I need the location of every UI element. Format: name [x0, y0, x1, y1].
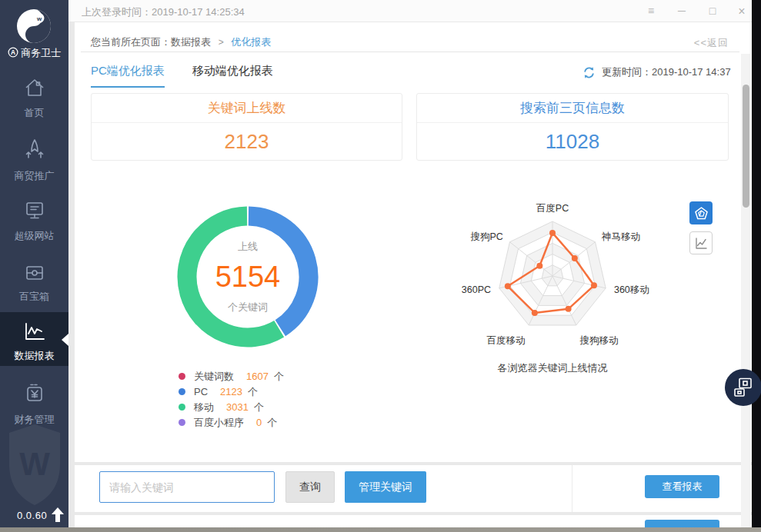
query-button[interactable]: 查询	[285, 471, 335, 503]
view-report-button[interactable]: 查看报表	[645, 475, 719, 498]
keyword-bar-panel: 查询 管理关键词 查看报表	[75, 465, 752, 512]
brand-name: 商务卫士	[21, 47, 61, 58]
legend-dot	[179, 404, 185, 411]
sidebar-item-reports[interactable]: 数据报表	[0, 312, 68, 366]
legend-value: 3031	[226, 401, 249, 413]
legend-dot	[179, 388, 185, 395]
floating-qr-widget[interactable]	[725, 369, 761, 406]
donut-center-labels: 上线 5154 个关键词	[177, 206, 319, 347]
legend-unit: 个	[267, 416, 277, 430]
app-window: w A 商务卫士 首页	[0, 0, 761, 532]
keyword-input[interactable]	[99, 471, 275, 503]
upgrade-arrow-icon[interactable]	[51, 507, 65, 522]
sidebar: w A 商务卫士 首页	[0, 0, 68, 527]
refresh-icon[interactable]	[582, 66, 596, 79]
radar-toggle-icon	[695, 207, 708, 220]
close-button[interactable]: ×	[733, 3, 751, 19]
donut-total-value: 5154	[215, 261, 281, 294]
svg-text:W: W	[19, 446, 50, 482]
sidebar-item-toolbox[interactable]: 百宝箱	[0, 264, 68, 304]
sidebar-item-finance[interactable]: 财务管理	[0, 382, 68, 427]
report-icon	[22, 321, 47, 341]
divider	[81, 52, 739, 52]
refresh-row: 更新时间：2019-10-17 14:37	[582, 65, 731, 79]
website-icon	[23, 200, 46, 221]
breadcrumb-prefix: 您当前所在页面：	[91, 36, 171, 48]
breadcrumb-separator: >	[219, 37, 224, 48]
manage-keywords-button[interactable]: 管理关键词	[345, 471, 426, 503]
brand-row: A 商务卫士	[0, 46, 68, 60]
sidebar-item-label: 百宝箱	[0, 290, 68, 304]
radar-chart: 百度PC神马移动360移动搜狗移动百度移动360PC搜狗PC	[431, 199, 674, 357]
breadcrumb: 您当前所在页面：数据报表 > 优化报表	[91, 35, 271, 49]
menu-button[interactable]: ≡	[642, 3, 660, 19]
sidebar-item-label: 数据报表	[0, 349, 68, 363]
svg-text:A: A	[11, 48, 15, 56]
legend-value: 0	[256, 417, 262, 428]
tab-pc-report[interactable]: PC端优化报表	[91, 64, 165, 88]
legend-label: 关键词数	[194, 370, 234, 384]
version-label: 0.0.60	[17, 510, 47, 521]
chart-legend: 关键词数 1607 个 PC 2123 个 移动 3031 个 百度小程序 0 …	[179, 371, 284, 433]
sidebar-item-label: 超级网站	[0, 229, 68, 243]
scrollbar-track[interactable]	[741, 54, 751, 527]
line-chart-toggle-icon	[695, 237, 708, 250]
legend-unit: 个	[248, 385, 258, 399]
tab-mobile-report[interactable]: 移动端优化报表	[192, 64, 273, 88]
radar-chart-svg: 百度PC神马移动360移动搜狗移动百度移动360PC搜狗PC	[431, 199, 674, 357]
maximize-button[interactable]: □	[703, 3, 722, 19]
sidebar-item-label: 商贸推广	[0, 169, 68, 183]
legend-row-baidu-miniprogram: 百度小程序 0 个	[179, 417, 284, 427]
legend-label: 移动	[194, 401, 214, 414]
stat-card-title: 关键词上线数	[92, 94, 402, 123]
sidebar-item-home[interactable]: 首页	[0, 77, 68, 120]
minimize-button[interactable]: ─	[673, 3, 691, 19]
stat-card-title: 搜索前三页信息数	[417, 94, 728, 123]
donut-label-top: 上线	[238, 240, 258, 254]
line-view-toggle[interactable]	[689, 231, 713, 254]
shield-watermark-icon: W	[6, 421, 63, 507]
svg-text:w: w	[36, 15, 42, 22]
last-login-time: 上次登录时间：2019-10-17 14:25:34	[82, 5, 245, 19]
svg-text:搜狗移动: 搜狗移动	[580, 335, 619, 346]
scrollbar-thumb[interactable]	[743, 85, 749, 208]
qr-widget-icon	[733, 377, 753, 397]
partial-button[interactable]	[645, 520, 719, 527]
legend-value: 2123	[220, 386, 242, 397]
svg-text:百度移动: 百度移动	[486, 335, 525, 346]
home-icon	[23, 77, 46, 98]
sidebar-item-website[interactable]: 超级网站	[0, 200, 68, 243]
finance-icon	[23, 382, 46, 405]
back-link[interactable]: <<返回	[675, 36, 729, 50]
donut-chart: 上线 5154 个关键词	[177, 206, 319, 347]
legend-row-pc: PC 2123 个	[179, 387, 284, 397]
breadcrumb-section: 数据报表	[171, 36, 211, 48]
background-window-strip	[752, 0, 761, 527]
svg-text:搜狗PC: 搜狗PC	[471, 231, 503, 242]
stat-card-value: 2123	[92, 123, 402, 160]
legend-label: PC	[194, 386, 208, 397]
svg-text:360移动: 360移动	[614, 284, 649, 295]
radar-view-toggle[interactable]	[689, 201, 713, 224]
sidebar-item-promote[interactable]: 商贸推广	[0, 138, 68, 181]
next-row-panel	[75, 515, 752, 527]
stat-card-value: 11028	[417, 123, 728, 160]
legend-row-mobile: 移动 3031 个	[179, 402, 284, 412]
svg-text:360PC: 360PC	[462, 284, 491, 295]
breadcrumb-current-link[interactable]: 优化报表	[231, 36, 271, 48]
active-item-notch	[62, 334, 68, 346]
legend-unit: 个	[254, 401, 264, 414]
panel-divider	[572, 465, 572, 512]
desktop-background	[0, 527, 761, 532]
title-bar: 上次登录时间：2019-10-17 14:25:34 ≡ ─ □ ×	[68, 0, 752, 22]
app-logo-icon[interactable]: w	[16, 8, 52, 44]
svg-text:百度PC: 百度PC	[536, 203, 569, 214]
legend-row-keywords: 关键词数 1607 个	[179, 371, 284, 381]
legend-dot	[179, 419, 185, 426]
stat-card-keywords-online: 关键词上线数 2123	[91, 93, 402, 161]
legend-unit: 个	[274, 370, 284, 384]
radar-caption: 各浏览器关键词上线情况	[431, 361, 674, 375]
legend-dot	[179, 373, 185, 380]
promote-icon	[23, 138, 46, 161]
update-time: 更新时间：2019-10-17 14:37	[602, 65, 731, 79]
